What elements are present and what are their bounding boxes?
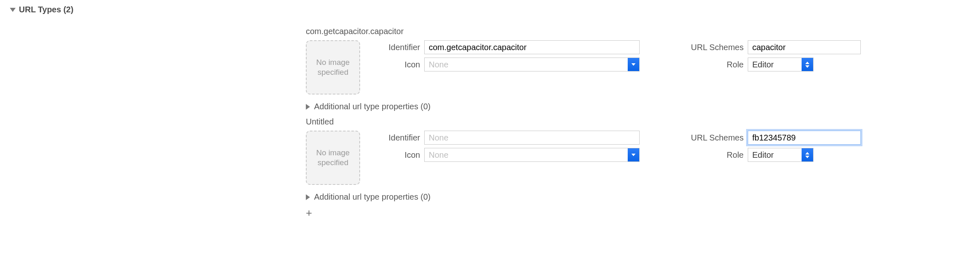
role-label: Role [661, 60, 744, 69]
icon-label: Icon [368, 60, 420, 69]
url-schemes-label: URL Schemes [661, 133, 744, 143]
url-type-entry: com.getcapacitor.capacitor No image spec… [306, 27, 970, 111]
entry-title: Untitled [306, 117, 970, 127]
url-types-section: URL Types (2) com.getcapacitor.capacitor… [0, 0, 980, 228]
role-popup[interactable]: Editor [748, 58, 814, 71]
section-body: com.getcapacitor.capacitor No image spec… [306, 27, 970, 218]
popup-arrows-icon [802, 148, 813, 161]
chevron-down-icon [628, 58, 639, 71]
identifier-label: Identifier [368, 43, 420, 52]
popup-arrows-icon [802, 58, 813, 71]
icon-combobox-value: None [425, 60, 628, 69]
identifier-input[interactable] [424, 131, 640, 145]
additional-properties-label: Additional url type properties (0) [314, 192, 430, 202]
disclosure-triangle-right-icon [306, 104, 310, 110]
disclosure-triangle-right-icon [306, 194, 310, 200]
entry-title: com.getcapacitor.capacitor [306, 27, 970, 36]
image-well[interactable]: No image specified [306, 40, 360, 94]
icon-label: Icon [368, 150, 420, 160]
section-header[interactable]: URL Types (2) [10, 5, 970, 14]
plus-icon: + [306, 207, 312, 219]
identifier-input[interactable] [424, 40, 640, 54]
url-schemes-label: URL Schemes [661, 43, 744, 52]
additional-properties-disclosure[interactable]: Additional url type properties (0) [306, 102, 970, 111]
chevron-down-icon [628, 148, 639, 161]
disclosure-triangle-down-icon [10, 8, 16, 12]
icon-combobox[interactable]: None [424, 148, 640, 162]
identifier-label: Identifier [368, 133, 420, 143]
url-type-entry: Untitled No image specified Identifier I… [306, 117, 970, 202]
icon-combobox[interactable]: None [424, 58, 640, 71]
additional-properties-disclosure[interactable]: Additional url type properties (0) [306, 192, 970, 202]
icon-combobox-value: None [425, 150, 628, 160]
role-label: Role [661, 150, 744, 160]
role-popup-value: Editor [748, 150, 802, 160]
image-well[interactable]: No image specified [306, 131, 360, 185]
additional-properties-label: Additional url type properties (0) [314, 102, 430, 111]
url-schemes-input[interactable] [748, 40, 861, 54]
role-popup[interactable]: Editor [748, 148, 814, 162]
role-popup-value: Editor [748, 60, 802, 69]
no-image-label: No image specified [310, 148, 356, 168]
url-schemes-input[interactable] [748, 131, 861, 145]
add-url-type-button[interactable]: + [306, 207, 970, 218]
section-title: URL Types (2) [19, 5, 74, 14]
no-image-label: No image specified [310, 58, 356, 77]
